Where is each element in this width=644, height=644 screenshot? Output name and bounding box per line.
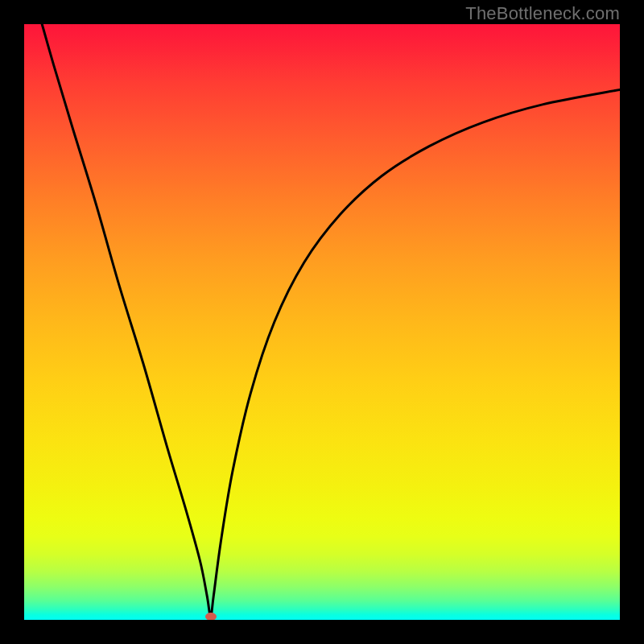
plot-area [24,24,620,620]
bottleneck-curve-path [42,24,620,617]
minimum-marker [205,613,217,620]
watermark-text: TheBottleneck.com [465,3,620,24]
bottleneck-curve-svg [24,24,620,620]
chart-frame: TheBottleneck.com [0,0,644,644]
